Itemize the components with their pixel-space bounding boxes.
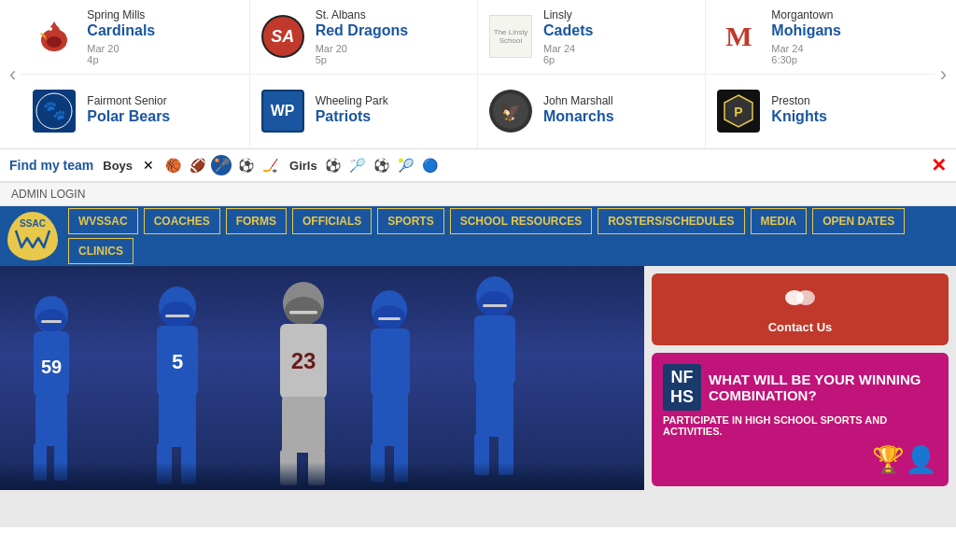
team-school-3: Morgantown <box>771 8 924 21</box>
sport-icon-football[interactable]: 🏈 <box>187 155 207 175</box>
boys-sports: Boys ✕ 🏀 🏈 🥍 ⚽ 🏒 <box>103 155 280 175</box>
svg-rect-48 <box>483 304 507 307</box>
svg-rect-42 <box>371 329 410 396</box>
team-school-6: John Marshall <box>543 94 696 107</box>
team-cell-5[interactable]: WP Wheeling Park Patriots <box>250 75 478 149</box>
team-logo-7: P <box>715 88 762 134</box>
find-team-label[interactable]: Find my team <box>9 158 93 173</box>
svg-rect-50 <box>476 383 513 437</box>
svg-text:23: 23 <box>291 348 316 373</box>
nav-open-dates[interactable]: OPEN DATES <box>812 208 905 234</box>
ssac-logo[interactable]: SSAC <box>0 208 65 264</box>
team-cell-3[interactable]: M Morgantown Mohigans Mar 24 6:30p <box>706 0 934 75</box>
nfhs-ad[interactable]: NF HS WHAT WILL BE YOUR WINNING COMBINAT… <box>652 353 949 486</box>
find-team-bar: Find my team Boys ✕ 🏀 🏈 🥍 ⚽ 🏒 Girls ⚽ 🏸 … <box>0 149 956 183</box>
svg-rect-36 <box>282 397 325 453</box>
team-logo-5: WP <box>260 88 306 134</box>
team-logo-6: 🦅 <box>487 88 534 134</box>
team-school-4: Fairmont Senior <box>87 94 239 107</box>
svg-text:🦅: 🦅 <box>500 102 522 122</box>
team-name-6: Monarchs <box>543 108 696 125</box>
team-cell-2[interactable]: The Linsly School Linsly Cadets Mar 24 6… <box>478 0 706 75</box>
nfhs-header: NF HS WHAT WILL BE YOUR WINNING COMBINAT… <box>663 364 937 411</box>
sport-icon-hockey[interactable]: ✕ <box>138 155 159 175</box>
team-cell-6[interactable]: 🦅 John Marshall Monarchs <box>478 75 706 149</box>
football-scene: 59 5 <box>0 266 644 490</box>
sport-icon-hockey2[interactable]: 🏒 <box>260 155 280 175</box>
svg-rect-41 <box>378 317 401 320</box>
nav-rosters-schedules[interactable]: ROSTERS/SCHEDULES <box>598 208 744 234</box>
team-school-2: Linsly <box>543 8 696 21</box>
nav-forms[interactable]: FORMS <box>226 208 287 234</box>
teams-grid: Spring Mills Cardinals Mar 20 4p SA St. … <box>21 0 934 148</box>
nav-media[interactable]: MEDIA <box>751 208 808 234</box>
contact-us-label: Contact Us <box>663 320 937 334</box>
team-name-4: Polar Bears <box>87 108 239 125</box>
nav-officials[interactable]: OFFICIALS <box>292 208 372 234</box>
main-content: 59 5 <box>0 266 956 527</box>
team-logo-0 <box>31 13 77 60</box>
sport-icon-girls-tennis[interactable]: 🎾 <box>396 155 416 175</box>
svg-text:P: P <box>735 105 743 119</box>
sport-icon-soccer[interactable]: ⚽ <box>235 155 256 175</box>
ssac-logo-inner: SSAC <box>7 212 58 260</box>
team-name-7: Knights <box>771 108 924 125</box>
svg-text:59: 59 <box>41 357 62 377</box>
team-name-2: Cadets <box>543 22 696 39</box>
sport-icon-basketball[interactable]: 🏀 <box>162 155 183 175</box>
prev-arrow[interactable]: ‹ <box>4 63 21 87</box>
team-date-3: Mar 24 6:30p <box>771 43 924 65</box>
team-logo-4: 🐾 <box>31 88 77 134</box>
player-59: 59 <box>19 294 84 481</box>
nav-items: WVSSAC COACHES FORMS OFFICIALS SPORTS SC… <box>65 206 956 266</box>
team-info-3: Morgantown Mohigans Mar 24 6:30p <box>771 8 924 65</box>
player-blue-right1 <box>355 289 425 490</box>
svg-rect-25 <box>165 315 190 317</box>
sport-icon-girls-soccer2[interactable]: ⚽ <box>372 155 392 175</box>
teams-carousel: ‹ Spring Mills Cardinals Mar 20 4p <box>0 0 956 149</box>
svg-point-3 <box>47 36 62 48</box>
svg-rect-33 <box>289 311 317 315</box>
team-name-3: Mohigans <box>771 22 924 39</box>
nav-sports[interactable]: SPORTS <box>377 208 443 234</box>
svg-point-2 <box>49 25 60 36</box>
team-cell-1[interactable]: SA St. Albans Red Dragons Mar 20 5p <box>250 0 478 75</box>
hero-image: 59 5 <box>0 266 644 490</box>
team-school-5: Wheeling Park <box>316 94 468 107</box>
nav-clinics[interactable]: CLINICS <box>68 238 134 264</box>
team-date-1: Mar 20 5p <box>316 43 468 65</box>
team-info-5: Wheeling Park Patriots <box>316 94 468 129</box>
sport-icon-girls-badminton[interactable]: 🏸 <box>347 155 368 175</box>
player-23: 23 <box>261 280 345 490</box>
team-info-7: Preston Knights <box>771 94 924 129</box>
team-school-0: Spring Mills <box>87 8 239 21</box>
team-logo-2: The Linsly School <box>487 13 534 60</box>
team-cell-7[interactable]: P Preston Knights <box>706 75 934 149</box>
sport-icon-girls-soccer[interactable]: ⚽ <box>323 155 344 175</box>
team-info-4: Fairmont Senior Polar Bears <box>87 94 239 129</box>
nfhs-tagline: WHAT WILL BE YOUR WINNING COMBINATION? <box>709 371 937 403</box>
player-5: 5 <box>140 285 215 490</box>
sport-icon-girls-misc[interactable]: 🔵 <box>420 155 441 175</box>
boys-label: Boys <box>103 159 133 173</box>
contact-us-button[interactable]: Contact Us <box>652 273 949 345</box>
admin-bar: ADMIN LOGIN <box>0 183 956 206</box>
close-button[interactable]: ✕ <box>931 154 947 176</box>
admin-login-link[interactable]: ADMIN LOGIN <box>11 188 85 201</box>
svg-rect-28 <box>159 393 196 447</box>
nav-wvssac[interactable]: WVSSAC <box>68 208 138 234</box>
girls-sports: Girls ⚽ 🏸 ⚽ 🎾 🔵 <box>289 155 441 175</box>
next-arrow[interactable]: › <box>935 63 952 87</box>
team-cell-4[interactable]: 🐾 Fairmont Senior Polar Bears <box>21 75 249 149</box>
svg-rect-17 <box>41 320 62 323</box>
svg-text:SSAC: SSAC <box>20 218 46 229</box>
nfhs-logo: NF HS <box>663 364 701 411</box>
svg-text:🐾: 🐾 <box>43 99 66 121</box>
sport-icon-lacrosse[interactable]: 🥍 <box>211 155 232 175</box>
team-cell-0[interactable]: Spring Mills Cardinals Mar 20 4p <box>21 0 249 75</box>
nav-coaches[interactable]: COACHES <box>144 208 220 234</box>
svg-point-54 <box>796 290 815 305</box>
team-logo-3: M <box>715 13 762 60</box>
nav-school-resources[interactable]: SCHOOL RESOURCES <box>450 208 592 234</box>
nfhs-body: PARTICIPATE IN HIGH SCHOOL SPORTS AND AC… <box>663 414 937 437</box>
